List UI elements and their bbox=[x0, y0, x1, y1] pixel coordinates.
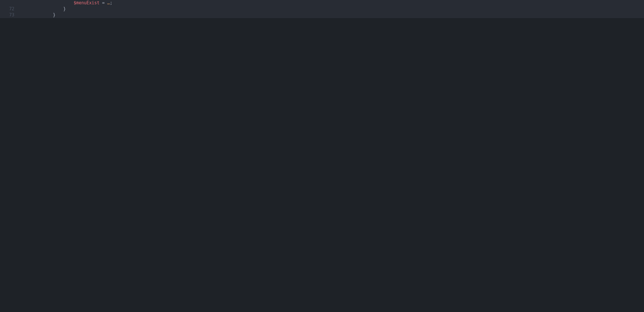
code-line[interactable]: } bbox=[21, 12, 644, 18]
code-editor[interactable]: 7172737475767778798081828384858687888990… bbox=[0, 0, 644, 18]
line-number[interactable]: 73 bbox=[0, 12, 14, 18]
code-token: } bbox=[53, 12, 55, 18]
line-number[interactable]: 72 bbox=[0, 6, 14, 12]
code-line[interactable]: $menuExist = …; bbox=[21, 0, 644, 6]
code-token: $menuExist bbox=[74, 0, 99, 5]
code-token: } bbox=[63, 6, 66, 11]
code-line[interactable]: } bbox=[21, 6, 644, 12]
code-token: … bbox=[107, 0, 110, 5]
code-area[interactable]: $menuExist = …; } } if($menuExist) $cg_m… bbox=[21, 0, 644, 18]
gutter[interactable]: 7172737475767778798081828384858687888990… bbox=[0, 0, 21, 18]
code-token: = bbox=[99, 0, 107, 5]
code-token: ; bbox=[110, 0, 112, 5]
